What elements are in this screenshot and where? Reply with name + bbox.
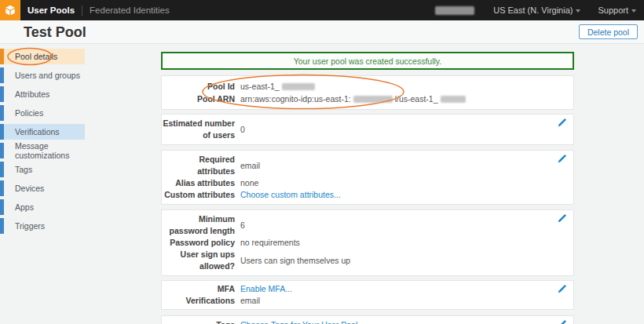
sidebar-item-apps[interactable]: Apps xyxy=(0,199,85,215)
sidebar-item-verifications[interactable]: Verifications xyxy=(0,124,85,140)
mfa-label: MFA xyxy=(162,283,235,295)
support-menu[interactable]: Support xyxy=(598,5,636,15)
alias-attributes-label: Alias attributes xyxy=(162,177,235,189)
support-label: Support xyxy=(598,5,628,15)
chevron-down-icon xyxy=(631,9,636,13)
min-password-length-value: 6 xyxy=(240,220,245,231)
main-content: Your user pool was created successfully.… xyxy=(161,52,574,324)
sidebar-item-attributes[interactable]: Attributes xyxy=(0,86,85,102)
delete-pool-button[interactable]: Delete pool xyxy=(579,24,638,39)
pool-id-label: Pool Id xyxy=(162,80,235,93)
pool-arn-label: Pool ARN xyxy=(162,93,235,105)
user-signups-value: Users can sign themselves up xyxy=(240,255,350,267)
edit-estimated-users-button[interactable] xyxy=(556,118,567,129)
pool-details-panel: Pool Id us-east-1_ Pool ARN arn:aws:cogn… xyxy=(161,75,574,110)
page-title: Test Pool xyxy=(24,24,86,41)
custom-attributes-label: Custom attributes xyxy=(162,189,235,201)
pencil-icon xyxy=(557,118,567,128)
success-banner: Your user pool was created successfully. xyxy=(161,52,574,70)
pool-arn-redacted xyxy=(353,96,393,103)
nav-user-pools[interactable]: User Pools xyxy=(27,5,75,15)
tags-panel: Tags Choose Tags for Your User Pool... xyxy=(161,315,574,324)
pencil-icon xyxy=(557,284,567,294)
sidebar-item-triggers[interactable]: Triggers xyxy=(0,218,85,234)
region-selector[interactable]: US East (N. Virginia) xyxy=(493,5,580,15)
region-label: US East (N. Virginia) xyxy=(493,5,573,15)
password-policy-value: no requirements xyxy=(240,237,300,249)
sidebar-item-policies[interactable]: Policies xyxy=(0,105,85,121)
sidebar-item-users-and-groups[interactable]: Users and groups xyxy=(0,67,85,83)
required-attributes-value: email xyxy=(240,160,260,172)
edit-attributes-button[interactable] xyxy=(556,154,567,165)
chevron-down-icon xyxy=(576,9,580,13)
aws-cognito-console: User Pools Federated Identities US East … xyxy=(0,0,644,324)
password-policy-panel: Minimum password length 6 Password polic… xyxy=(161,209,574,276)
edit-tags-button[interactable] xyxy=(556,319,567,324)
sidebar-item-tags[interactable]: Tags xyxy=(0,162,85,177)
estimated-users-panel: Estimated number of users 0 xyxy=(161,114,574,145)
sidebar-item-devices[interactable]: Devices xyxy=(0,180,85,196)
verifications-label: Verifications xyxy=(162,295,235,307)
min-password-length-label: Minimum password length xyxy=(162,213,235,237)
edit-password-policy-button[interactable] xyxy=(556,213,567,224)
sidebar-item-message-customizations[interactable]: Message customizations xyxy=(0,143,85,158)
verifications-value: email xyxy=(240,295,260,307)
pool-id-redacted xyxy=(282,83,315,90)
pool-id-row: Pool Id us-east-1_ xyxy=(162,80,573,93)
nav-federated-identities[interactable]: Federated Identities xyxy=(90,5,170,15)
pool-id-value: us-east-1_ xyxy=(240,80,315,93)
account-name-redacted[interactable] xyxy=(435,6,474,15)
password-policy-label: Password policy xyxy=(162,237,235,249)
pencil-icon xyxy=(557,154,567,164)
pool-arn-redacted xyxy=(441,96,466,103)
mfa-panel: MFA Enable MFA... Verifications email xyxy=(161,280,574,310)
pencil-icon xyxy=(557,319,567,324)
nav-divider xyxy=(82,5,82,16)
cognito-logo[interactable] xyxy=(0,0,20,20)
tags-label: Tags xyxy=(162,319,235,324)
top-navbar: User Pools Federated Identities US East … xyxy=(0,0,644,20)
sidebar-nav: Pool details Users and groups Attributes… xyxy=(0,49,85,237)
pool-arn-row: Pool ARN arn:aws:cognito-idp:us-east-1: … xyxy=(162,93,573,105)
pool-arn-value: arn:aws:cognito-idp:us-east-1: l/us-east… xyxy=(240,93,466,105)
enable-mfa-link[interactable]: Enable MFA... xyxy=(240,283,292,295)
sidebar-item-pool-details[interactable]: Pool details xyxy=(0,49,85,64)
page-header: Test Pool Delete pool xyxy=(0,20,644,44)
pencil-icon xyxy=(557,213,567,224)
alias-attributes-value: none xyxy=(240,177,258,189)
cube-icon xyxy=(4,4,16,16)
estimated-users-label: Estimated number of users xyxy=(162,118,235,141)
required-attributes-label: Required attributes xyxy=(162,154,235,177)
user-signups-label: User sign ups allowed? xyxy=(162,249,235,272)
edit-mfa-button[interactable] xyxy=(556,284,567,295)
attributes-panel: Required attributes email Alias attribut… xyxy=(161,150,574,205)
estimated-users-value: 0 xyxy=(240,124,245,136)
choose-tags-link[interactable]: Choose Tags for Your User Pool... xyxy=(240,319,364,324)
choose-custom-attributes-link[interactable]: Choose custom attributes... xyxy=(240,189,341,201)
